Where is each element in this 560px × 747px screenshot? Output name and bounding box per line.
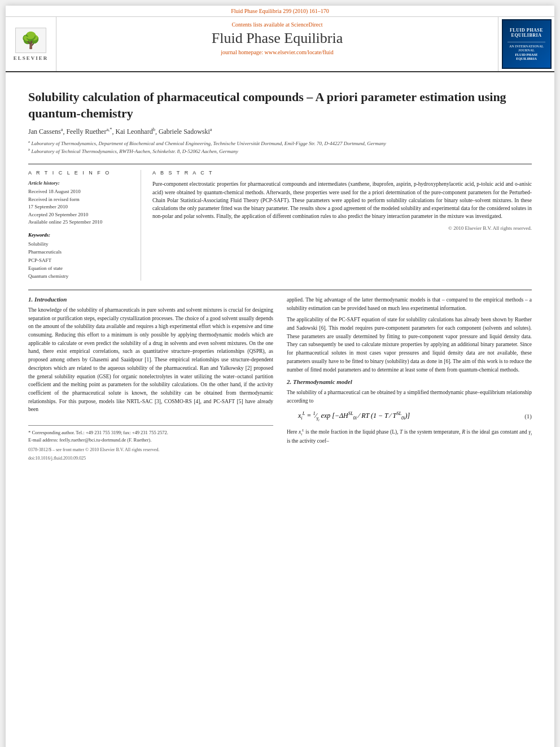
- history-label: Article history:: [28, 180, 135, 186]
- accepted-date: Accepted 20 September 2010: [28, 211, 135, 219]
- contents-text: Contents lists available at: [231, 21, 289, 28]
- keyword-4: Equation of state: [28, 264, 135, 272]
- doi-line: doi:10.1016/j.fluid.2010.09.025: [28, 456, 273, 461]
- online-date: Available online 25 September 2010: [28, 219, 135, 226]
- thermo-title: Thermodynamic model: [293, 378, 352, 385]
- thermo-number: 2.: [287, 378, 291, 385]
- fpe-logo-subtitle: AN INTERNATIONALJOURNAL: [509, 45, 544, 52]
- elsevier-logo: 🌳 ELSEVIER: [14, 28, 49, 61]
- elsevier-tree-logo: 🌳: [15, 28, 46, 53]
- page: Fluid Phase Equilibria 299 (2010) 161–17…: [6, 6, 554, 747]
- author-sup-a3: a: [210, 127, 212, 132]
- affil-a-text: Laboratory of Thermodynamics, Department…: [31, 141, 386, 146]
- article-info-heading: A R T I C L E I N F O: [28, 170, 135, 176]
- keyword-3: PCP-SAFT: [28, 256, 135, 264]
- main-content: Solubility calculation of pharmaceutical…: [6, 72, 554, 472]
- fpe-logo-divider: [508, 42, 545, 43]
- fpe-logo-small: FLUID PHASEEQUILIBRIA: [515, 53, 537, 60]
- formula-1-area: xiL = 1⁄γi exp [−ΔHSL0i ⁄ RT (1 − T ⁄ TS…: [287, 411, 532, 422]
- abstract-heading: A B S T R A C T: [152, 170, 532, 176]
- formula-1: xiL = 1⁄γi exp [−ΔHSL0i ⁄ RT (1 − T ⁄ TS…: [298, 411, 410, 422]
- formula-eq: =: [307, 412, 313, 420]
- revised-label: Received in revised form: [28, 196, 135, 204]
- author-sup-a2: a,*: [106, 127, 112, 132]
- revised-date: 17 September 2010: [28, 203, 135, 211]
- intro-para-right-2: The applicability of the PC-SAFT equatio…: [287, 316, 532, 374]
- footnote-divider: [28, 425, 273, 429]
- article-info-abstract-section: A R T I C L E I N F O Article history: R…: [28, 164, 532, 280]
- intro-para-right-1: applied. The big advantage of the latter…: [287, 296, 532, 312]
- formula-frac: 1⁄γi: [313, 412, 321, 420]
- elsevier-logo-area: 🌳 ELSEVIER: [6, 17, 56, 71]
- formula-bracket: [−ΔHSL0i ⁄ RT (1 − T ⁄ TSL0i)]: [332, 412, 410, 420]
- affiliations: a Laboratory of Thermodynamics, Departme…: [28, 139, 532, 155]
- journal-header: 🌳 ELSEVIER Contents lists available at S…: [6, 17, 554, 72]
- received-date: Received 18 August 2010: [28, 188, 135, 196]
- authors-line: Jan Cassensa, Feelly Ruethera,*, Kai Leo…: [28, 127, 532, 136]
- abstract-text: Pure-component electrostatic properties …: [152, 180, 532, 220]
- formula-exp: exp: [321, 412, 333, 420]
- tree-icon: 🌳: [21, 31, 41, 50]
- footnote-email: E-mail address: feelly.ruether@bci.tu-do…: [28, 436, 273, 444]
- thermo-heading: 2. Thermodynamic model: [287, 378, 532, 385]
- thermo-formula-desc: Here xiL is the mole fraction in the liq…: [287, 427, 532, 445]
- formula-lhs: xiL: [298, 412, 305, 420]
- intro-number: 1.: [28, 296, 33, 303]
- body-divider: [28, 290, 532, 290]
- homepage-label: journal homepage:: [221, 49, 263, 55]
- journal-header-center: Contents lists available at ScienceDirec…: [56, 17, 498, 71]
- article-info-column: A R T I C L E I N F O Article history: R…: [28, 170, 141, 280]
- thermo-para-1: The solubility of a pharmaceutical can b…: [287, 388, 532, 405]
- journal-title: Fluid Phase Equilibria: [68, 30, 487, 47]
- journal-homepage: journal homepage: www.elsevier.com/locat…: [68, 49, 487, 55]
- intro-heading: 1. Introduction: [28, 296, 273, 303]
- contents-line: Contents lists available at ScienceDirec…: [68, 21, 487, 28]
- author-sup-a: a: [61, 127, 63, 132]
- journal-ref-text: Fluid Phase Equilibria 299 (2010) 161–17…: [231, 8, 329, 14]
- keyword-2: Pharmaceuticals: [28, 248, 135, 256]
- homepage-link[interactable]: www.elsevier.com/locate/fluid: [265, 49, 334, 55]
- affil-sup-a: a: [28, 139, 30, 143]
- article-title: Solubility calculation of pharmaceutical…: [28, 89, 532, 121]
- journal-ref-bar: Fluid Phase Equilibria 299 (2010) 161–17…: [6, 6, 554, 17]
- footnote-corresponding: * Corresponding author. Tel.: +49 231 75…: [28, 429, 273, 436]
- copyright-text: © 2010 Elsevier B.V. All rights reserved…: [152, 225, 532, 231]
- intro-para-1: The knowledge of the solubility of pharm…: [28, 306, 273, 414]
- sciencedirect-link[interactable]: ScienceDirect: [291, 21, 322, 28]
- fpe-logo: FLUID PHASEEQUILIBRIA AN INTERNATIONALJO…: [502, 19, 552, 69]
- keyword-1: Solubility: [28, 240, 135, 248]
- intro-title: Introduction: [34, 296, 67, 303]
- issn-line: 0378-3812/$ – see front matter © 2010 El…: [28, 447, 273, 452]
- body-col-left: 1. Introduction The knowledge of the sol…: [28, 296, 273, 461]
- fpe-logo-area: FLUID PHASEEQUILIBRIA AN INTERNATIONALJO…: [498, 17, 554, 71]
- author-sup-b: b: [153, 127, 155, 132]
- abstract-column: A B S T R A C T Pure-component electrost…: [152, 170, 532, 280]
- formula-1-number: (1): [524, 413, 532, 420]
- body-two-col: 1. Introduction The knowledge of the sol…: [28, 296, 532, 461]
- body-col-right: applied. The big advantage of the latter…: [287, 296, 532, 461]
- keywords-label: Keywords:: [28, 232, 135, 238]
- fpe-logo-title: FLUID PHASEEQUILIBRIA: [510, 28, 543, 38]
- keyword-5: Quantum chemistry: [28, 272, 135, 280]
- affil-b-text: Laboratory of Technical Thermodynamics, …: [31, 148, 238, 154]
- affil-sup-b: b: [28, 147, 30, 151]
- elsevier-label: ELSEVIER: [14, 55, 49, 61]
